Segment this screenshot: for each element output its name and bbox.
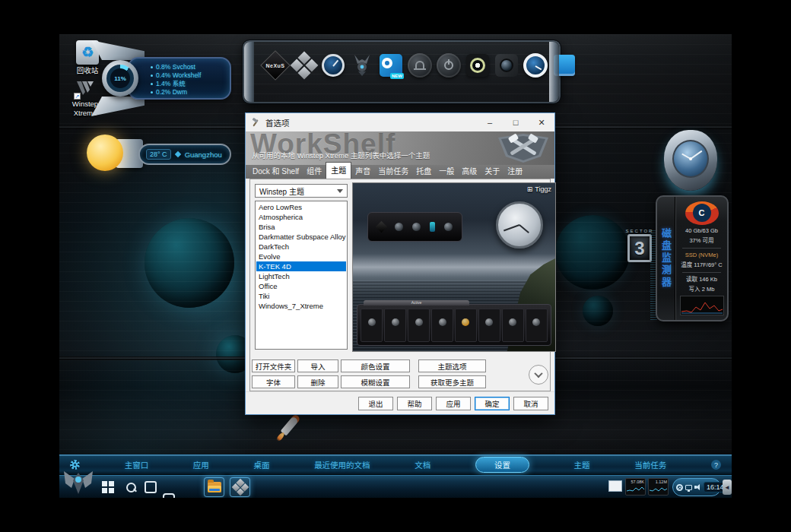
help-button[interactable]: 帮助 — [397, 397, 432, 410]
theme-list-item[interactable]: DarkTech — [256, 242, 346, 252]
ok-button[interactable]: 确定 — [475, 397, 510, 410]
close-button[interactable]: ✕ — [529, 113, 554, 131]
theme-list-item[interactable]: Tiki — [256, 291, 346, 301]
planet-right — [555, 215, 630, 290]
disk-write: 写入 2 Mb — [689, 286, 715, 293]
camera-icon[interactable] — [492, 51, 521, 80]
apply-button[interactable]: 应用 — [436, 397, 471, 410]
cpu-gauge: 11% — [102, 60, 138, 97]
theme-list-item[interactable]: Brisa — [256, 222, 346, 232]
tab-advanced[interactable]: 高级 — [458, 163, 481, 179]
shield-clock-widget[interactable] — [664, 130, 717, 191]
taskbar: 57.08K 1.12M 16:14 ◄ — [59, 475, 732, 498]
tab-register[interactable]: 注册 — [504, 163, 526, 179]
blur-settings-button[interactable]: 模糊设置 — [341, 375, 410, 388]
expand-button[interactable] — [529, 365, 548, 385]
gauge-clock-icon[interactable] — [319, 51, 348, 80]
outlook-icon[interactable]: NEW — [376, 51, 405, 80]
delete-button[interactable]: 删除 — [297, 375, 338, 388]
show-desktop-button[interactable] — [608, 480, 622, 492]
tab-themes[interactable]: 主题 — [326, 162, 351, 179]
tab-tray[interactable]: 托盘 — [412, 163, 435, 179]
disk-usage-donut: C — [685, 201, 719, 225]
tray-expand-icon[interactable] — [676, 484, 683, 491]
file-explorer-button[interactable] — [204, 477, 224, 497]
preferences-dialog: 首选项 – □ ✕ WorkShelf 从可用的本地 Winstep Xtrem… — [245, 112, 555, 415]
disk-read: 读取 146 Kb — [686, 276, 717, 283]
cancel-button[interactable]: 取消 — [513, 397, 548, 410]
exit-button[interactable]: 退出 — [358, 397, 393, 410]
drive-letter: C — [693, 204, 711, 222]
shelf-tab-bar: 主窗口 应用 桌面 最近使用的文档 文档 设置 主题 当前任务 ? — [59, 454, 732, 475]
bell-icon[interactable] — [405, 51, 434, 80]
system-tray: 16:14 — [672, 478, 721, 496]
robot-icon[interactable] — [348, 51, 376, 80]
theme-list-item[interactable]: Aero LowRes — [256, 202, 346, 212]
theme-list-item[interactable]: Darkmatter Subspace Alloy — [256, 232, 346, 242]
volume-icon[interactable] — [694, 484, 701, 491]
shelf-tab-themes[interactable]: 主题 — [574, 459, 590, 470]
theme-list-item[interactable]: Windows_7_Xtreme — [256, 301, 346, 311]
weather-bar: 28° C Guangzhou — [138, 144, 231, 165]
tab-about[interactable]: 关于 — [481, 163, 504, 179]
theme-list-item[interactable]: Office — [256, 281, 346, 291]
get-more-themes-button[interactable]: 获取更多主题 — [418, 375, 486, 388]
power-icon[interactable] — [434, 51, 463, 80]
theme-list-item[interactable]: Atmospherica — [256, 212, 346, 222]
taskbar-edge-arrow[interactable]: ◄ — [723, 480, 732, 495]
task-view-icon[interactable] — [145, 481, 157, 493]
disk-monitor-widget[interactable]: 磁盘监测器 C 40 Gb/63 Gb 37% 可用 SSD (NVMe) 温度… — [656, 195, 729, 321]
theme-list-item[interactable]: Evolve — [256, 252, 346, 261]
tab-dock-and-shelf[interactable]: Dock 和 Shelf — [249, 163, 303, 179]
tab-sounds[interactable]: 声音 — [351, 163, 374, 179]
fonts-button[interactable]: 字体 — [252, 375, 295, 388]
shelf-tab-documents[interactable]: 文档 — [415, 459, 430, 470]
disk-temperature: 温度 117F/69° C — [681, 261, 723, 269]
open-folder-button[interactable]: 打开文件夹 — [252, 359, 295, 372]
speaker-icon[interactable] — [463, 51, 492, 80]
search-icon[interactable] — [125, 481, 137, 493]
shelf-tab-main-window[interactable]: 主窗口 — [125, 459, 149, 470]
compass-gauge-icon[interactable] — [521, 51, 550, 80]
color-settings-button[interactable]: 颜色设置 — [341, 359, 410, 372]
maximize-button[interactable]: □ — [503, 113, 529, 131]
tab-general[interactable]: 一般 — [435, 163, 458, 179]
process-entry: 0.4% Workshelf — [156, 71, 201, 80]
network-meter-upload[interactable]: 1.12M — [648, 478, 669, 496]
help-icon[interactable]: ? — [711, 460, 721, 470]
nexus-emblem-icon[interactable] — [61, 468, 96, 498]
windows-start-button[interactable] — [102, 481, 114, 493]
theme-listbox[interactable]: Aero LowRes Atmospherica Brisa Darkmatte… — [255, 201, 348, 350]
weather-widget[interactable]: 28° C Guangzhou — [87, 131, 231, 176]
dialog-header: WorkShelf 从可用的本地 Winstep Xtreme 主题列表中选择一… — [246, 131, 554, 165]
minimize-button[interactable]: – — [477, 113, 503, 131]
blue-tile-icon[interactable] — [550, 51, 579, 80]
network-monitor-icon[interactable] — [685, 485, 692, 490]
theme-preview: Active ⊞ Tiggz — [352, 182, 556, 352]
workshelf-logo-icon — [495, 132, 551, 164]
theme-list-item-selected[interactable]: K-TEK 4D — [256, 261, 346, 271]
shelf-tab-current-tasks[interactable]: 当前任务 — [634, 459, 666, 470]
dialog-description: 从可用的本地 Winstep Xtreme 主题列表中选择一个主题 — [252, 150, 430, 160]
tab-modules[interactable]: 组件 — [303, 163, 326, 179]
cpu-meter-widget[interactable]: 11% 0.8% Svchost 0.4% Workshelf 1.4% 系统 … — [85, 40, 231, 116]
disk-capacity: 40 Gb/63 Gb — [685, 227, 718, 235]
nexus-logo-icon[interactable]: NeXuS — [261, 51, 290, 80]
workshelf-app-button[interactable] — [230, 477, 250, 497]
shelf-tab-desktop[interactable]: 桌面 — [253, 459, 269, 470]
diamond-separator-icon — [174, 151, 180, 157]
winstep-tiles-icon[interactable] — [290, 51, 319, 80]
shelf-tab-applications[interactable]: 应用 — [193, 459, 209, 470]
shelf-tab-settings-active[interactable]: 设置 — [475, 457, 529, 473]
shelf-tab-recent-documents[interactable]: 最近使用的文档 — [314, 459, 370, 470]
dialog-titlebar[interactable]: 首选项 – □ ✕ — [246, 113, 554, 131]
tab-current-tasks[interactable]: 当前任务 — [374, 163, 412, 179]
network-meter-download[interactable]: 57.08K — [625, 478, 646, 496]
dialog-bottom-row: 退出 帮助 应用 确定 取消 — [246, 391, 554, 414]
clock-face — [672, 140, 709, 178]
theme-list-item[interactable]: LightTech — [256, 271, 346, 281]
theme-options-button[interactable]: 主题选项 — [418, 359, 486, 372]
import-button[interactable]: 导入 — [297, 359, 338, 372]
theme-source-dropdown[interactable]: Winstep 主题 — [255, 184, 348, 198]
chat-icon[interactable] — [163, 493, 175, 498]
